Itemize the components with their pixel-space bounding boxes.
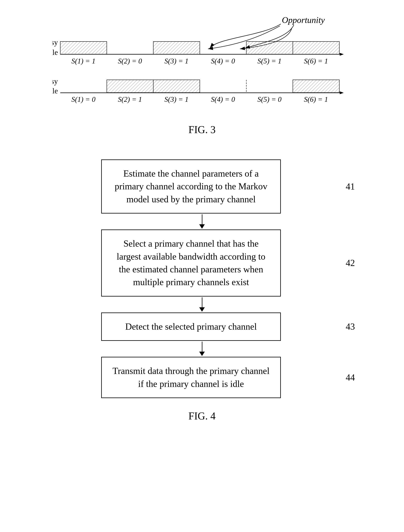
arrow-41-42 bbox=[42, 214, 362, 229]
ch1-axis-arrow bbox=[340, 53, 344, 56]
flow-badge-43: 43 bbox=[346, 321, 362, 332]
flow-box-44: Transmit data through the primary channe… bbox=[101, 357, 281, 398]
flow-step-43: Detect the selected primary channel 43 bbox=[42, 312, 362, 341]
flow-box-43-text: Detect the selected primary channel bbox=[125, 322, 257, 332]
flow-step-42: Select a primary channel that has the la… bbox=[42, 229, 362, 297]
flow-badge-42: 42 bbox=[346, 258, 362, 268]
ch1-s4-label: S(4) = 0 bbox=[211, 57, 235, 65]
ch1-s3-label: S(3) = 1 bbox=[165, 57, 188, 65]
ch2-busy-label: busy bbox=[52, 77, 58, 85]
arrow-43-44 bbox=[42, 341, 362, 357]
fig3-diagram: Opportunity busy idle bbox=[52, 12, 352, 122]
ch2-idle-label: idle bbox=[52, 87, 58, 95]
arrow-42-43 bbox=[42, 297, 362, 312]
ch1-busy-label: busy bbox=[52, 38, 58, 46]
ch1-s2-label: S(2) = 0 bbox=[118, 57, 142, 65]
ch2-s3-label: S(3) = 1 bbox=[165, 95, 188, 103]
flow-badge-41: 41 bbox=[346, 181, 362, 192]
ch1-s5-label: S(5) = 1 bbox=[257, 57, 282, 65]
flow-box-42-text: Select a primary channel that has the la… bbox=[116, 239, 265, 287]
ch2-s5-label: S(5) = 0 bbox=[257, 95, 282, 103]
flow-box-43: Detect the selected primary channel bbox=[101, 312, 281, 341]
flow-step-44: Transmit data through the primary channe… bbox=[42, 357, 362, 398]
ch2-s4-label: S(4) = 0 bbox=[211, 95, 235, 103]
ch1-slot6-block bbox=[293, 42, 339, 54]
flowchart: Estimate the channel parameters of a pri… bbox=[42, 159, 362, 398]
ch2-s2-label: S(2) = 1 bbox=[118, 95, 142, 103]
ch1-slot1-block bbox=[60, 42, 107, 54]
opportunity-label: Opportunity bbox=[282, 15, 325, 25]
flow-step-41: Estimate the channel parameters of a pri… bbox=[42, 159, 362, 214]
ch2-s6-label: S(6) = 1 bbox=[304, 95, 328, 103]
ch1-slot3-block bbox=[153, 42, 200, 54]
flow-box-41: Estimate the channel parameters of a pri… bbox=[101, 159, 281, 214]
flow-box-44-text: Transmit data through the primary channe… bbox=[113, 366, 270, 389]
ch1-idle-label: idle bbox=[52, 48, 58, 57]
ch1-s1-label: S(1) = 1 bbox=[71, 57, 96, 65]
fig4-section: Estimate the channel parameters of a pri… bbox=[42, 159, 362, 434]
flow-box-41-text: Estimate the channel parameters of a pri… bbox=[115, 168, 267, 204]
fig4-label: FIG. 4 bbox=[188, 410, 216, 422]
ch2-slot6-block bbox=[293, 80, 339, 93]
ch2-slot2-block bbox=[107, 80, 153, 93]
ch2-s1-label: S(1) = 0 bbox=[71, 95, 96, 103]
fig3-section: Opportunity busy idle bbox=[42, 12, 362, 147]
ch2-axis-arrow bbox=[340, 91, 344, 94]
fig3-label: FIG. 3 bbox=[42, 124, 362, 135]
ch2-slot3-block bbox=[153, 80, 200, 93]
flow-badge-44: 44 bbox=[346, 372, 362, 383]
ch1-slot5-block bbox=[246, 42, 293, 54]
flow-box-42: Select a primary channel that has the la… bbox=[101, 229, 281, 297]
ch1-s6-label: S(6) = 1 bbox=[304, 57, 328, 65]
